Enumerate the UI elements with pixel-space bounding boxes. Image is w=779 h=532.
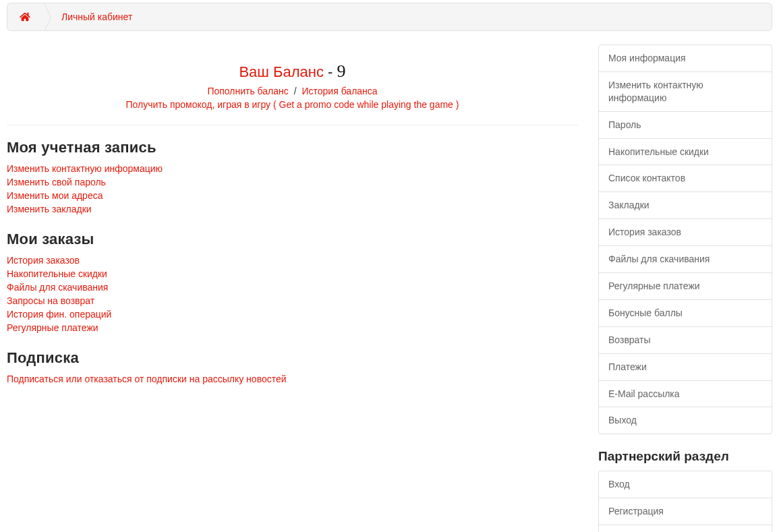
sidebar-item-my-info[interactable]: Моя информация (599, 45, 772, 72)
orders-link-transactions[interactable]: История фин. операций (7, 309, 111, 320)
balance-dash: - (324, 63, 337, 80)
topup-balance-link[interactable]: Пополнить баланс (207, 86, 288, 96)
orders-links: История заказов Накопительные скидки Фай… (7, 255, 578, 333)
sidebar-affiliate-title: Партнерский раздел (598, 449, 772, 464)
main-content: Ваш Баланс - 9 Пополнить баланс / Истори… (7, 45, 578, 532)
affiliate-item-tracking[interactable]: Реферальный код (599, 525, 772, 532)
sidebar-item-recurring[interactable]: Регулярные платежи (599, 273, 772, 300)
account-link-password[interactable]: Изменить свой пароль (7, 177, 106, 187)
sidebar-item-contacts[interactable]: Список контактов (599, 165, 772, 192)
section-orders-title: Мои заказы (7, 231, 578, 248)
section-account: Моя учетная запись Изменить контактную и… (7, 139, 578, 214)
sidebar-item-password[interactable]: Пароль (599, 112, 772, 139)
sidebar-item-edit-contact[interactable]: Изменить контактную информацию (599, 72, 772, 112)
subscription-link-newsletter[interactable]: Подписаться или отказаться от подписки н… (7, 374, 287, 384)
affiliate-item-login[interactable]: Вход (599, 471, 772, 498)
sidebar-main-list: Моя информация Изменить контактную инфор… (598, 45, 772, 434)
sidebar: Моя информация Изменить контактную инфор… (598, 45, 772, 532)
sidebar-item-payments[interactable]: Платежи (599, 354, 772, 381)
orders-link-returns[interactable]: Запросы на возврат (7, 295, 94, 306)
sidebar-item-newsletter[interactable]: E-Mail рассылка (599, 381, 772, 408)
sidebar-affiliate-list: Вход Регистрация Реферальный код (598, 471, 772, 532)
orders-link-reward[interactable]: Накопительные скидки (7, 268, 107, 279)
account-links: Изменить контактную информацию Изменить … (7, 163, 578, 214)
balance-block: Ваш Баланс - 9 Пополнить баланс / Истори… (7, 45, 578, 125)
home-icon (20, 11, 30, 22)
account-link-addresses[interactable]: Изменить мои адреса (7, 190, 103, 201)
section-subscription-title: Подписка (7, 349, 578, 367)
sidebar-item-logout[interactable]: Выход (599, 407, 772, 434)
affiliate-item-register[interactable]: Регистрация (599, 498, 772, 525)
balance-value: 9 (337, 61, 346, 81)
breadcrumb: Личный кабинет (7, 3, 772, 31)
section-subscription: Подписка Подписаться или отказаться от п… (7, 349, 578, 384)
promo-link[interactable]: Получить промокод, играя в игру ( Get a … (126, 99, 459, 110)
sidebar-item-reward[interactable]: Накопительные скидки (599, 139, 772, 166)
sidebar-item-bookmarks[interactable]: Закладки (599, 192, 772, 219)
section-account-title: Моя учетная запись (7, 139, 578, 156)
subscription-links: Подписаться или отказаться от подписки н… (7, 374, 578, 384)
sidebar-item-downloads[interactable]: Файлы для скачивания (599, 246, 772, 273)
balance-separator: / (294, 86, 297, 96)
balance-history-link[interactable]: История баланса (301, 86, 377, 96)
section-orders: Мои заказы История заказов Накопительные… (7, 231, 578, 333)
account-link-contact[interactable]: Изменить контактную информацию (7, 163, 163, 174)
sidebar-item-returns[interactable]: Возвраты (599, 327, 772, 354)
orders-link-recurring[interactable]: Регулярные платежи (7, 322, 98, 333)
breadcrumb-home[interactable] (7, 3, 44, 30)
account-link-bookmarks[interactable]: Изменить закладки (7, 204, 92, 214)
sidebar-item-bonus[interactable]: Бонусные баллы (599, 300, 772, 327)
orders-link-history[interactable]: История заказов (7, 255, 80, 266)
orders-link-downloads[interactable]: Файлы для скачивания (7, 282, 108, 293)
balance-title: Ваш Баланс (239, 63, 324, 80)
breadcrumb-current[interactable]: Личный кабинет (44, 3, 146, 30)
sidebar-item-order-history[interactable]: История заказов (599, 219, 772, 246)
